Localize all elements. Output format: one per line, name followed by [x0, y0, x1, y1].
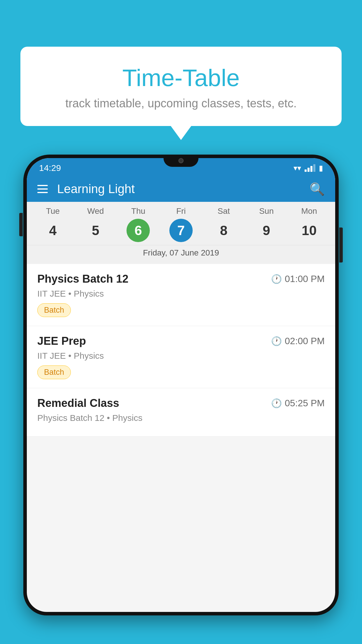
day-name: Wed: [87, 206, 104, 216]
day-number: 4: [41, 219, 64, 242]
app-toolbar: Learning Light 🔍: [27, 176, 335, 202]
speech-bubble: Time-Table track timetable, upcoming cla…: [20, 47, 342, 126]
calendar-days-row: Tue4Wed5Thu6Fri7Sat8Sun9Mon10: [27, 206, 335, 242]
schedule-item-header: JEE Prep🕐02:00 PM: [37, 335, 325, 347]
time-value: 01:00 PM: [285, 274, 325, 284]
notch: [164, 155, 198, 167]
schedule-item-0[interactable]: Physics Batch 12🕐01:00 PMIIT JEE • Physi…: [27, 264, 335, 326]
schedule-item-time: 🕐01:00 PM: [271, 274, 325, 284]
clock-icon: 🕐: [271, 274, 282, 284]
phone-outer: 14:29 ▾▾ ▮ Learning Light 🔍: [23, 155, 339, 615]
day-name: Sat: [218, 206, 230, 216]
calendar-day-sat[interactable]: Sat8: [206, 206, 241, 242]
selected-date-label: Friday, 07 June 2019: [27, 245, 335, 262]
day-name: Thu: [131, 206, 145, 216]
schedule-item-time: 🕐02:00 PM: [271, 336, 325, 346]
time-value: 02:00 PM: [285, 336, 325, 346]
day-name: Sun: [259, 206, 274, 216]
schedule-item-1[interactable]: JEE Prep🕐02:00 PMIIT JEE • PhysicsBatch: [27, 326, 335, 388]
phone-wrapper: 14:29 ▾▾ ▮ Learning Light 🔍: [23, 155, 339, 644]
day-number: 7: [169, 219, 193, 242]
wifi-icon: ▾▾: [294, 164, 301, 173]
schedule-item-header: Physics Batch 12🕐01:00 PM: [37, 273, 325, 285]
schedule-item-subtitle: IIT JEE • Physics: [37, 289, 325, 299]
schedule-item-subtitle: IIT JEE • Physics: [37, 351, 325, 361]
batch-tag: Batch: [37, 303, 71, 317]
speech-bubble-container: Time-Table track timetable, upcoming cla…: [20, 47, 342, 126]
status-icons: ▾▾ ▮: [294, 164, 323, 173]
calendar-day-mon[interactable]: Mon10: [292, 206, 327, 242]
calendar-day-sun[interactable]: Sun9: [249, 206, 284, 242]
calendar-day-tue[interactable]: Tue4: [35, 206, 70, 242]
schedule-item-subtitle: Physics Batch 12 • Physics: [37, 413, 325, 423]
schedule-item-title: JEE Prep: [37, 335, 86, 347]
day-name: Fri: [176, 206, 186, 216]
day-number: 8: [212, 219, 236, 242]
menu-icon[interactable]: [37, 185, 48, 193]
bubble-subtitle: track timetable, upcoming classes, tests…: [35, 97, 327, 110]
schedule-item-time: 🕐05:25 PM: [271, 398, 325, 409]
day-number: 6: [126, 219, 150, 242]
schedule-item-title: Remedial Class: [37, 397, 119, 410]
schedule-item-2[interactable]: Remedial Class🕐05:25 PMPhysics Batch 12 …: [27, 388, 335, 437]
search-icon[interactable]: 🔍: [310, 182, 325, 196]
batch-tag: Batch: [37, 365, 71, 379]
time-value: 05:25 PM: [285, 398, 325, 409]
phone-screen: 14:29 ▾▾ ▮ Learning Light 🔍: [27, 158, 335, 612]
calendar-day-wed[interactable]: Wed5: [78, 206, 113, 242]
calendar-day-thu[interactable]: Thu6: [121, 206, 156, 242]
app-title: Learning Light: [57, 182, 135, 196]
day-name: Mon: [301, 206, 317, 216]
schedule-list: Physics Batch 12🕐01:00 PMIIT JEE • Physi…: [27, 264, 335, 437]
front-camera: [178, 158, 184, 163]
day-number: 9: [255, 219, 278, 242]
toolbar-left: Learning Light: [37, 182, 135, 196]
battery-icon: ▮: [319, 164, 323, 173]
clock-icon: 🕐: [271, 336, 282, 346]
schedule-item-header: Remedial Class🕐05:25 PM: [37, 397, 325, 410]
day-number: 10: [298, 219, 321, 242]
bubble-title: Time-Table: [35, 64, 327, 92]
day-name: Tue: [46, 206, 60, 216]
calendar-day-fri[interactable]: Fri7: [164, 206, 198, 242]
day-number: 5: [84, 219, 107, 242]
calendar-section: Tue4Wed5Thu6Fri7Sat8Sun9Mon10 Friday, 07…: [27, 202, 335, 264]
clock-icon: 🕐: [271, 398, 282, 408]
status-time: 14:29: [39, 163, 61, 173]
signal-icon: [305, 164, 315, 172]
schedule-item-title: Physics Batch 12: [37, 273, 129, 285]
